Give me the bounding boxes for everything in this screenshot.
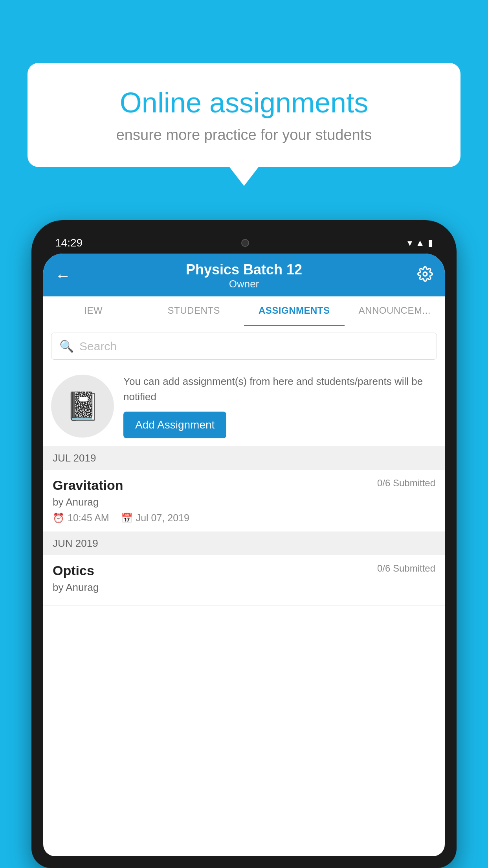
calendar-icon: 📅 — [121, 513, 133, 524]
speech-bubble-subtitle: ensure more practice for your students — [55, 127, 433, 143]
assignment-by-optics: by Anurag — [53, 581, 435, 594]
assignment-item-gravitation[interactable]: Gravitation 0/6 Submitted by Anurag ⏰ 10… — [43, 470, 445, 532]
tab-iew[interactable]: IEW — [43, 296, 144, 326]
signal-icon: ▲ — [415, 237, 425, 248]
tab-students[interactable]: STUDENTS — [144, 296, 244, 326]
tab-announcements[interactable]: ANNOUNCEM... — [345, 296, 445, 326]
assignment-name-gravitation: Gravitation — [53, 478, 123, 493]
assignment-by-gravitation: by Anurag — [53, 496, 435, 508]
clock-icon: ⏰ — [53, 513, 64, 524]
wifi-icon: ▾ — [407, 237, 412, 248]
phone-time: 14:29 — [55, 237, 83, 249]
search-placeholder: Search — [79, 340, 117, 353]
phone-notch-area: 14:29 ▾ ▲ ▮ — [43, 232, 445, 254]
add-assignment-section: 📓 You can add assignment(s) from here an… — [43, 366, 445, 447]
assignment-submitted-gravitation: 0/6 Submitted — [377, 478, 435, 489]
assignment-icon-circle: 📓 — [51, 375, 114, 438]
app-header: ← Physics Batch 12 Owner — [43, 254, 445, 296]
assignment-row-top-optics: Optics 0/6 Submitted — [53, 563, 435, 578]
notebook-icon: 📓 — [66, 390, 100, 422]
speech-bubble-title: Online assignments — [55, 86, 433, 119]
search-container: 🔍 Search — [43, 326, 445, 366]
assignment-text-area: You can add assignment(s) from here and … — [123, 374, 437, 438]
speech-bubble-container: Online assignments ensure more practice … — [28, 63, 460, 167]
settings-button[interactable] — [417, 266, 433, 285]
header-title-area: Physics Batch 12 Owner — [71, 261, 417, 290]
assignment-meta-gravitation: ⏰ 10:45 AM 📅 Jul 07, 2019 — [53, 512, 435, 524]
tabs-container: IEW STUDENTS ASSIGNMENTS ANNOUNCEM... — [43, 296, 445, 326]
section-header-jul: JUL 2019 — [43, 447, 445, 470]
phone-frame: 14:29 ▾ ▲ ▮ ← Physics Batch 12 Owner — [31, 220, 457, 868]
search-icon: 🔍 — [59, 339, 74, 353]
meta-date-gravitation: 📅 Jul 07, 2019 — [121, 512, 189, 524]
speech-bubble: Online assignments ensure more practice … — [28, 63, 460, 167]
batch-subtitle: Owner — [71, 278, 417, 290]
assignment-item-optics[interactable]: Optics 0/6 Submitted by Anurag — [43, 555, 445, 606]
search-bar[interactable]: 🔍 Search — [51, 333, 437, 360]
assignment-date-gravitation: Jul 07, 2019 — [136, 512, 189, 524]
phone-screen: ← Physics Batch 12 Owner IEW STUDENTS AS… — [43, 254, 445, 856]
assignment-submitted-optics: 0/6 Submitted — [377, 563, 435, 574]
assignment-row-top: Gravitation 0/6 Submitted — [53, 478, 435, 493]
meta-time-gravitation: ⏰ 10:45 AM — [53, 512, 109, 524]
batch-title: Physics Batch 12 — [71, 261, 417, 278]
phone-camera — [241, 239, 249, 247]
svg-point-0 — [423, 272, 427, 276]
back-button[interactable]: ← — [55, 267, 71, 285]
phone-notch — [231, 235, 259, 251]
assignment-description: You can add assignment(s) from here and … — [123, 374, 437, 405]
phone-status-icons: ▾ ▲ ▮ — [407, 237, 433, 248]
assignment-name-optics: Optics — [53, 563, 94, 578]
add-assignment-button[interactable]: Add Assignment — [123, 412, 226, 438]
assignment-time-gravitation: 10:45 AM — [68, 512, 109, 524]
section-header-jun: JUN 2019 — [43, 532, 445, 555]
battery-icon: ▮ — [428, 237, 433, 248]
tab-assignments[interactable]: ASSIGNMENTS — [244, 296, 345, 326]
